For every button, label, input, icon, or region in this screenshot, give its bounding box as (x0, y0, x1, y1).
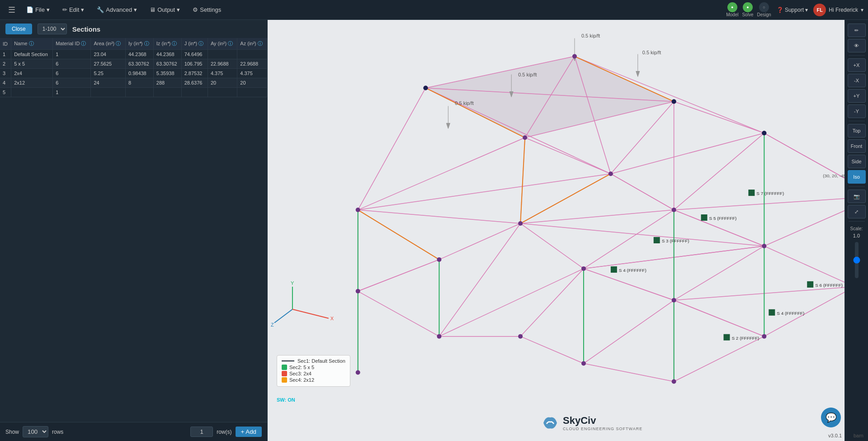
sections-panel: Close 1-100 Sections ID Name ⓘ Material … (0, 20, 268, 441)
expand-button[interactable]: ⤢ (848, 205, 866, 218)
file-menu[interactable]: 📄 File ▾ (21, 5, 55, 15)
top-view-button[interactable]: Top (848, 124, 866, 138)
edit-tool-button[interactable]: ✏ (848, 24, 866, 37)
svg-text:S 3 (FFFFFF): S 3 (FFFFFF) (662, 238, 689, 243)
toolbar-divider-3 (849, 186, 865, 187)
col-iy: Iy (in⁴) ⓘ (125, 38, 153, 50)
table-cell: 6 (53, 78, 91, 88)
table-cell (125, 88, 153, 97)
legend-item-sec2: Sec2: 5 x 5 (282, 365, 345, 370)
table-cell: 4.375 (237, 69, 267, 78)
svg-point-107 (437, 334, 441, 339)
svg-text:S 2 (FFFFFF): S 2 (FFFFFF) (731, 336, 759, 341)
svg-point-101 (762, 244, 766, 248)
iso-view-button[interactable]: Iso (848, 170, 866, 184)
toolbar-divider-1 (849, 55, 865, 56)
minus-y-button[interactable]: -Y (848, 104, 866, 118)
advanced-menu[interactable]: 🔧 Advanced ▾ (91, 5, 142, 15)
table-cell: 5 (0, 88, 11, 97)
side-view-button[interactable]: Side (848, 155, 866, 168)
table-row[interactable]: 51 (0, 88, 267, 97)
gear-icon: ⚙ (193, 6, 198, 13)
table-row[interactable]: 1Default Section123.0444.236844.236874.6… (0, 50, 267, 59)
panel-title: Sections (72, 25, 101, 33)
front-view-button[interactable]: Front (848, 139, 866, 153)
legend-item-sec1: Sec1: Default Section (282, 358, 345, 364)
table-cell: 5.35938 (153, 69, 181, 78)
support-button[interactable]: ❓ Support ▾ (777, 7, 808, 13)
svg-rect-116 (748, 190, 755, 196)
table-cell: Default Section (11, 50, 53, 59)
svg-point-105 (672, 298, 676, 303)
table-cell: 22.9688 (208, 59, 237, 69)
scale-slider[interactable] (855, 242, 859, 278)
svg-rect-118 (701, 214, 708, 221)
mode-tabs: ● Model ● Solve ○ Design (726, 2, 771, 17)
nav-right: ● Model ● Solve ○ Design ❓ Support ▾ FL … (726, 2, 863, 17)
edit-menu[interactable]: ✏ Edit ▾ (57, 5, 90, 15)
table-cell: 1 (0, 50, 11, 59)
svg-text:S 6 (FFFFFF): S 6 (FFFFFF) (815, 283, 843, 288)
panel-footer: Show 100 50 25 rows row(s) + Add (0, 422, 267, 441)
minus-x-button[interactable]: -X (848, 74, 866, 87)
svg-text:Y: Y (291, 280, 294, 286)
table-header-row: ID Name ⓘ Material ID ⓘ Area (in²) ⓘ Iy … (0, 38, 267, 50)
svg-rect-128 (807, 281, 813, 288)
user-menu[interactable]: FL Hi Frederick ▾ (813, 4, 863, 16)
svg-point-92 (523, 135, 527, 140)
svg-point-102 (437, 257, 441, 262)
col-iz: Iz (in⁴) ⓘ (153, 38, 181, 50)
plus-y-button[interactable]: +Y (848, 89, 866, 103)
col-j: J (in⁴) ⓘ (181, 38, 208, 50)
chat-button[interactable]: 💬 (821, 408, 841, 427)
table-cell: 44.2368 (153, 50, 181, 59)
monitor-icon: 🖥 (150, 6, 156, 13)
table-cell: 23.04 (91, 50, 126, 59)
settings-menu[interactable]: ⚙ Settings (187, 5, 226, 15)
svg-point-100 (581, 266, 586, 271)
table-cell: 8 (125, 78, 153, 88)
table-row[interactable]: 32x465.250.984385.359382.875324.3754.375 (0, 69, 267, 78)
range-select[interactable]: 1-100 (38, 24, 67, 34)
show-label: Show (5, 429, 19, 435)
svg-rect-120 (654, 237, 660, 243)
svg-rect-122 (611, 266, 617, 273)
table-cell: 6 (53, 69, 91, 78)
solve-tab[interactable]: ● Solve (742, 2, 753, 17)
row-count-input[interactable] (190, 427, 213, 437)
model-tab[interactable]: ● Model (726, 2, 738, 17)
table-cell: 20 (237, 78, 267, 88)
design-tab[interactable]: ○ Design (757, 2, 771, 17)
table-cell (153, 88, 181, 97)
row-count-suffix: row(s) (217, 429, 231, 435)
plus-x-button[interactable]: +X (848, 58, 866, 72)
output-menu[interactable]: 🖥 Output ▾ (144, 5, 185, 15)
table-cell: 44.2368 (125, 50, 153, 59)
rows-per-page-select[interactable]: 100 50 25 (23, 426, 48, 437)
col-az: Az (in²) ⓘ (237, 38, 267, 50)
table-cell (237, 88, 267, 97)
view-tool-button[interactable]: 👁 (848, 39, 866, 52)
svg-point-90 (572, 54, 577, 59)
svg-point-112 (423, 85, 428, 90)
table-row[interactable]: 25 x 5627.562563.3076263.30762106.79522.… (0, 59, 267, 69)
sections-table-wrapper: ID Name ⓘ Material ID ⓘ Area (in²) ⓘ Iy … (0, 38, 267, 422)
table-cell: 20 (208, 78, 237, 88)
close-button[interactable]: Close (5, 24, 32, 34)
table-row[interactable]: 42x12624828828.63762020 (0, 78, 267, 88)
col-name: Name ⓘ (11, 38, 53, 50)
table-cell: 5 x 5 (11, 59, 53, 69)
table-cell: 1 (53, 50, 91, 59)
col-mat: Material ID ⓘ (53, 38, 91, 50)
screenshot-button[interactable]: 📷 (848, 190, 866, 203)
svg-point-110 (672, 379, 676, 384)
table-cell (91, 88, 126, 97)
rows-label: rows (52, 429, 63, 435)
navbar: ☰ 📄 File ▾ ✏ Edit ▾ 🔧 Advanced ▾ 🖥 Outpu… (0, 0, 868, 20)
viewport[interactable]: 0.5 kip/ft 0.5 kip/ft 0.5 kip/ft 0.5 kip… (268, 20, 868, 441)
menu-button[interactable]: ☰ (5, 3, 19, 17)
structure-canvas[interactable]: 0.5 kip/ft 0.5 kip/ft 0.5 kip/ft 0.5 kip… (268, 20, 868, 441)
svg-text:S 7 (FFFFFF): S 7 (FFFFFF) (756, 191, 784, 196)
add-row-button[interactable]: + Add (236, 427, 262, 437)
svg-text:0.5 kip/ft: 0.5 kip/ft (642, 50, 661, 55)
